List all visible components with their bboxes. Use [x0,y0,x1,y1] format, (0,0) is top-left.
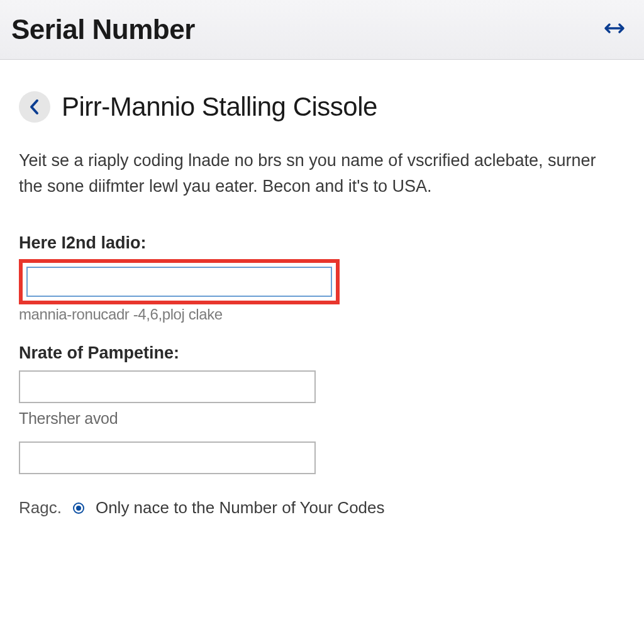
expand-icon[interactable] [602,16,626,43]
second-field-label: Nrate of Pampetine: [19,343,625,363]
page-title: Pirr-Mannio Stalling Cissole [62,92,377,122]
footer-link[interactable]: Ragc. [19,498,62,518]
footer-row: Ragc. Only nace to the Number of Your Co… [19,498,625,518]
first-field-label: Here I2nd ladio: [19,233,625,253]
first-text-input[interactable] [26,267,332,297]
back-button[interactable] [19,91,50,123]
info-icon [74,504,83,513]
second-help-text: Thersher avod [19,409,625,428]
page-description: Yeit se a riaply coding lnade no brs sn … [19,148,610,199]
footer-info-text: Only nace to the Number of Your Codes [96,498,385,518]
field-group-second: Nrate of Pampetine: Thersher avod [19,343,625,474]
highlight-box [19,259,340,304]
first-help-text: mannia-ronucadr -4,6,ploj clake [19,306,625,323]
page-header: Serial Number [0,0,644,60]
third-text-input[interactable] [19,441,316,474]
title-row: Pirr-Mannio Stalling Cissole [19,91,625,123]
field-group-first: Here I2nd ladio: mannia-ronucadr -4,6,pl… [19,233,625,323]
second-text-input[interactable] [19,370,316,403]
header-title: Serial Number [11,14,195,45]
main-content: Pirr-Mannio Stalling Cissole Yeit se a r… [0,60,644,518]
